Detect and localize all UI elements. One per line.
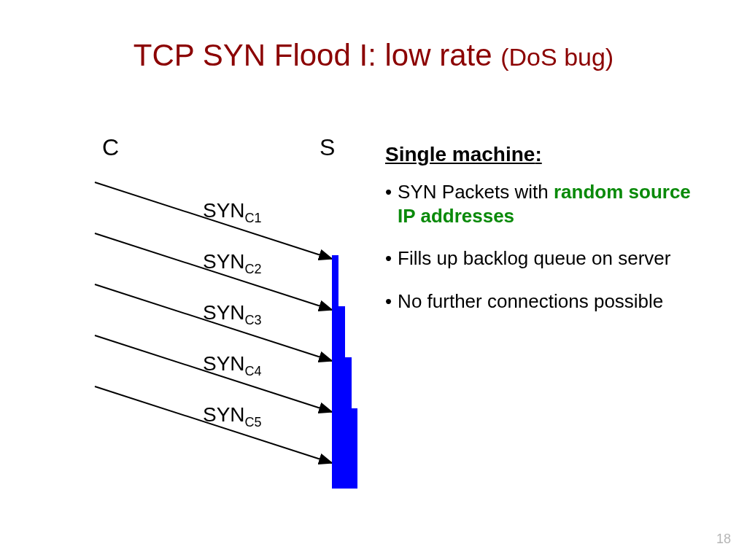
right-heading: Single machine: — [385, 141, 692, 167]
right-panel: Single machine: • SYN Packets with rando… — [385, 141, 692, 332]
server-label: S — [320, 134, 335, 161]
bullet-2-text: Fills up backlog queue on server — [398, 246, 670, 271]
bullet-dot-icon: • — [385, 246, 392, 271]
title-sub-text: (DoS bug) — [500, 43, 614, 71]
svg-rect-8 — [345, 357, 352, 489]
page-number: 18 — [716, 532, 731, 547]
syn-label-5: SYNC5 — [203, 403, 262, 430]
bullet-1-pre: SYN Packets with — [398, 181, 554, 203]
syn-label-4: SYNC4 — [203, 352, 262, 379]
right-heading-text: Single machine — [385, 143, 535, 166]
syn2-sub: C2 — [245, 262, 262, 276]
bullet-3: • No further connections possible — [385, 289, 692, 314]
syn3-sub: C3 — [245, 313, 262, 327]
bullet-dot-icon: • — [385, 180, 392, 228]
bullet-1: • SYN Packets with random source IP addr… — [385, 180, 692, 228]
syn1-prefix: SYN — [203, 199, 245, 222]
slide: TCP SYN Flood I: low rate (DoS bug) C S … — [0, 0, 747, 560]
title-main: TCP SYN Flood I: low rate — [133, 38, 492, 72]
syn3-prefix: SYN — [203, 301, 245, 324]
bullet-2: • Fills up backlog queue on server — [385, 246, 692, 271]
syn5-sub: C5 — [245, 415, 262, 429]
syn4-prefix: SYN — [203, 352, 245, 375]
syn2-prefix: SYN — [203, 250, 245, 273]
svg-rect-7 — [338, 306, 345, 489]
bullet-dot-icon: • — [385, 289, 392, 314]
bullet-1-text: SYN Packets with random source IP addres… — [398, 180, 692, 228]
slide-title: TCP SYN Flood I: low rate (DoS bug) — [0, 38, 747, 73]
syn-label-2: SYNC2 — [203, 250, 262, 277]
syn-label-3: SYNC3 — [203, 301, 262, 328]
syn-label-1: SYNC1 — [203, 199, 262, 226]
client-label: C — [102, 134, 119, 161]
syn4-sub: C4 — [245, 364, 262, 378]
bullet-3-text: No further connections possible — [398, 289, 663, 314]
syn5-prefix: SYN — [203, 403, 245, 426]
svg-rect-6 — [332, 255, 338, 489]
syn1-sub: C1 — [245, 211, 262, 225]
svg-rect-9 — [352, 408, 357, 489]
right-heading-suffix: : — [535, 143, 541, 166]
